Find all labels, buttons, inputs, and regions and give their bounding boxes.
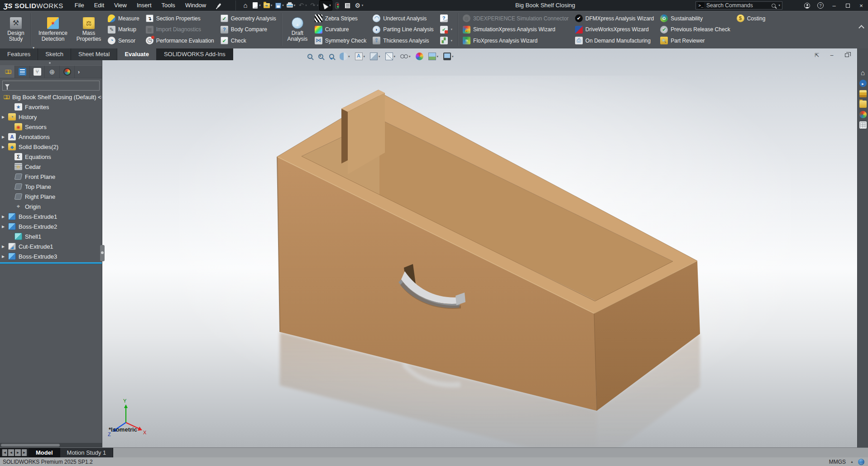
part-reviewer-button[interactable]: Part Reviewer (657, 35, 733, 46)
search-input[interactable]: Search Commands (706, 2, 769, 9)
tree-item-cut-extrude1[interactable]: ▶Cut-Extrude1 (0, 241, 102, 251)
tree-item-right-plane[interactable]: ▶Right Plane (0, 192, 102, 202)
tab-sketch[interactable]: Sketch (38, 48, 71, 60)
tree-item-boss-extrude2[interactable]: ▶Boss-Extrude2 (0, 221, 102, 231)
tree-item-material-cedar[interactable]: ▶Cedar (0, 162, 102, 172)
costing-button[interactable]: Costing (734, 13, 769, 24)
expand-arrow[interactable]: ▶ (2, 245, 8, 249)
previous-view-button[interactable] (328, 53, 336, 60)
tree-item-boss-extrude3[interactable]: ▶Boss-Extrude3 (0, 251, 102, 261)
login-button[interactable] (800, 0, 814, 11)
save-button[interactable]: ▾ (273, 0, 285, 10)
3dexperience-marketplace-icon[interactable] (859, 80, 867, 87)
tree-item-front-plane[interactable]: ▶Front Plane (0, 172, 102, 182)
search-icon[interactable] (772, 4, 776, 8)
pin-menu-icon[interactable] (216, 2, 223, 9)
interference-detection-button[interactable]: Interference Detection (33, 13, 73, 46)
last-study-button[interactable]: ► (22, 449, 28, 456)
section-properties-button[interactable]: Section Properties (143, 13, 217, 24)
home-button[interactable] (240, 0, 250, 10)
floxpress-wizard-button[interactable]: FloXpress Analysis Wizard (460, 35, 572, 46)
collapse-ribbon-chevron-icon[interactable] (858, 25, 864, 31)
expand-arrow[interactable]: ▶ (2, 225, 8, 229)
maximize-window-button[interactable] (841, 0, 854, 11)
featuremanager-design-tree-tab[interactable] (0, 66, 15, 78)
model-viewport[interactable]: Y X Z *Isometric (102, 48, 857, 447)
tab-evaluate[interactable]: Evaluate (117, 48, 156, 60)
select-button[interactable]: ▾ (320, 0, 332, 10)
tree-item-top-plane[interactable]: ▶Top Plane (0, 182, 102, 192)
thickness-analysis-button[interactable]: Thickness Analysis (369, 35, 436, 46)
scrollbar-thumb[interactable] (1, 444, 60, 447)
dfmxpress-wizard-button[interactable]: DFMXpress Analysis Wizard (572, 13, 657, 24)
help-button[interactable]: ? (814, 0, 827, 11)
tab-solidworks-add-ins[interactable]: SOLIDWORKS Add-Ins (157, 48, 233, 60)
design-study-button[interactable]: Design Study (3, 13, 29, 46)
hide-show-items-button[interactable]: ▾ (399, 52, 412, 61)
check-button[interactable]: Check (217, 35, 279, 46)
menu-window[interactable]: Window (180, 0, 211, 11)
unit-system-caret[interactable]: ▲ (850, 460, 854, 463)
design-library-icon[interactable] (859, 90, 867, 97)
menu-edit[interactable]: Edit (89, 0, 109, 11)
annotation-views-button[interactable]: ▾ (354, 52, 366, 61)
expand-arrow[interactable]: ▶ (2, 135, 8, 139)
first-study-button[interactable]: ◄ (1, 449, 7, 456)
configuration-manager-tab[interactable] (30, 66, 45, 78)
on-demand-manufacturing-button[interactable]: On Demand Manufacturing (572, 35, 657, 46)
redo-button[interactable]: ▾ (308, 0, 320, 10)
tree-item-history[interactable]: ▶History (0, 112, 102, 122)
surface-check-button[interactable]: ▾ (437, 35, 456, 46)
dimxpert-manager-tab[interactable] (45, 66, 60, 78)
print-button[interactable]: ▾ (285, 0, 297, 10)
tree-item-boss-extrude1[interactable]: ▶Boss-Extrude1 (0, 211, 102, 221)
rollback-bar[interactable] (0, 262, 102, 264)
view-orientation-button[interactable]: ▾ (369, 52, 381, 61)
tab-sheet-metal[interactable]: Sheet Metal (71, 48, 117, 60)
open-button[interactable]: ▾ (262, 0, 273, 10)
performance-evaluation-button[interactable]: Performance Evaluation (143, 35, 217, 46)
web-globe-icon[interactable] (858, 459, 864, 465)
undo-button[interactable]: ▾ (297, 0, 308, 10)
compare-documents-button[interactable] (437, 13, 456, 24)
section-view-button[interactable]: ▾ (339, 52, 351, 61)
3dexperience-simulation-connector-button[interactable]: 3DEXPERIENCE Simulation Connector (460, 13, 572, 24)
zoom-to-area-button[interactable] (317, 53, 325, 60)
tree-filter-box[interactable] (2, 81, 100, 91)
solidworks-resources-home-icon[interactable] (859, 69, 867, 77)
close-window-button[interactable]: × (854, 0, 868, 11)
symmetry-check-button[interactable]: Symmetry Check (312, 35, 369, 46)
property-manager-tab[interactable] (15, 66, 30, 78)
design-study-flyout-caret[interactable]: ▾ (33, 46, 34, 50)
menu-insert[interactable]: Insert (132, 0, 157, 11)
model-tab[interactable]: Model (29, 448, 60, 457)
tree-item-origin[interactable]: ▶Origin (0, 202, 102, 211)
panel-horizontal-scrollbar[interactable] (0, 443, 102, 447)
driveworksxpress-wizard-button[interactable]: DriveWorksXpress Wizard (572, 24, 657, 35)
tab-features[interactable]: Features (0, 48, 38, 60)
unit-system-label[interactable]: MMGS (829, 459, 846, 465)
appearances-scenes-icon[interactable] (859, 111, 867, 118)
expand-arrow[interactable]: ▶ (2, 145, 8, 149)
search-commands-box[interactable]: >_ Search Commands ▾ (695, 1, 782, 10)
previous-study-button[interactable]: ◄ (8, 449, 14, 456)
resize-document-window-button[interactable]: ⇱ (813, 52, 820, 58)
apply-scene-button[interactable]: ▾ (427, 52, 440, 61)
parting-line-analysis-button[interactable]: Parting Line Analysis (369, 24, 436, 35)
restore-document-button[interactable] (843, 52, 850, 58)
motion-study-tab[interactable]: Motion Study 1 (60, 448, 114, 457)
display-style-button[interactable]: ▾ (384, 52, 397, 61)
tree-item-solid-bodies[interactable]: ▶Solid Bodies(2) (0, 142, 102, 152)
display-manager-tab[interactable] (60, 66, 75, 78)
menu-view[interactable]: View (109, 0, 132, 11)
minimize-document-button[interactable]: – (828, 52, 835, 58)
zebra-stripes-button[interactable]: Zebra Stripes (312, 13, 369, 24)
options-button[interactable]: ▾ (353, 0, 364, 10)
sensor-button[interactable]: Sensor (105, 35, 143, 46)
deviation-analysis-button[interactable]: ▾ (437, 24, 456, 35)
minimize-window-button[interactable]: – (827, 0, 841, 11)
panel-grip[interactable] (0, 60, 102, 65)
zoom-to-fit-button[interactable] (306, 53, 314, 60)
expand-arrow[interactable]: ▶ (2, 255, 8, 259)
file-properties-button[interactable] (343, 0, 353, 10)
